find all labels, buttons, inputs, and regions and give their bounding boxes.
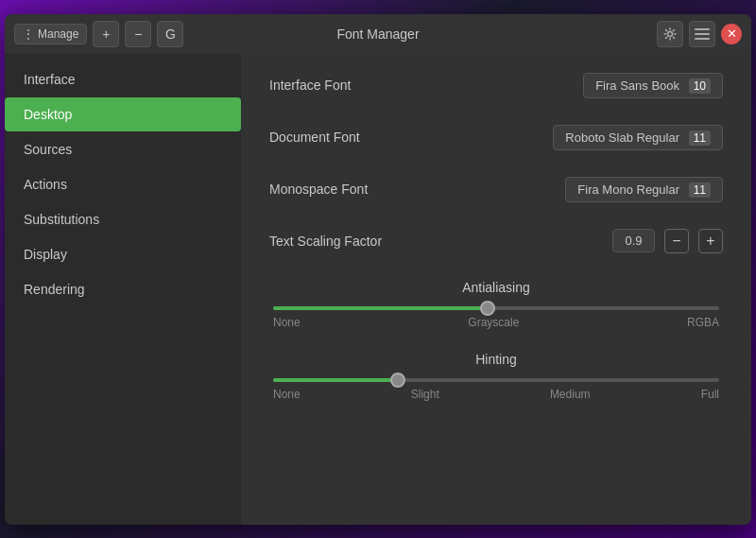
main-panel: Interface Font Fira Sans Book 10 Documen… <box>241 54 751 525</box>
antialiasing-labels: None Grayscale RGBA <box>273 316 719 329</box>
hinting-section: Hinting None Slight Medium Full <box>269 352 723 401</box>
sidebar-item-actions[interactable]: Actions <box>5 167 241 201</box>
document-font-row: Document Font Roboto Slab Regular 11 <box>269 125 723 150</box>
monospace-font-row: Monospace Font Fira Mono Regular 11 <box>269 177 723 202</box>
monospace-font-label: Monospace Font <box>269 182 477 197</box>
hinting-slider-container: None Slight Medium Full <box>269 378 723 401</box>
sidebar-item-sources[interactable]: Sources <box>5 132 241 166</box>
titlebar: ⋮ Manage + − G Font Manager <box>5 14 751 54</box>
sidebar: Interface Desktop Sources Actions Substi… <box>5 54 241 525</box>
aa-none-label: None <box>273 316 301 329</box>
sidebar-item-desktop[interactable]: Desktop <box>5 97 241 131</box>
h-medium-label: Medium <box>550 388 591 401</box>
sidebar-item-rendering[interactable]: Rendering <box>5 272 241 306</box>
settings-button[interactable] <box>657 21 683 47</box>
interface-font-control: Fira Sans Book 10 <box>583 73 723 98</box>
h-none-label: None <box>273 388 301 401</box>
remove-button[interactable]: − <box>125 21 151 47</box>
hamburger-icon <box>695 28 710 40</box>
monospace-font-button[interactable]: Fira Mono Regular 11 <box>565 177 723 202</box>
titlebar-controls: ✕ <box>657 21 742 47</box>
gear-icon <box>662 26 678 42</box>
interface-font-size: 10 <box>689 78 711 94</box>
antialiasing-fill <box>273 306 488 310</box>
manage-label: Manage <box>38 27 78 41</box>
document-font-button[interactable]: Roboto Slab Regular 11 <box>553 125 723 150</box>
antialiasing-thumb[interactable] <box>480 301 495 316</box>
interface-font-value: Fira Sans Book <box>595 78 679 93</box>
aa-grayscale-label: Grayscale <box>468 316 519 329</box>
document-font-control: Roboto Slab Regular 11 <box>553 125 723 150</box>
interface-font-row: Interface Font Fira Sans Book 10 <box>269 73 723 98</box>
close-button[interactable]: ✕ <box>721 24 742 44</box>
interface-font-button[interactable]: Fira Sans Book 10 <box>583 73 723 98</box>
window-title: Font Manager <box>336 26 419 42</box>
sidebar-item-substitutions[interactable]: Substitutions <box>5 202 241 236</box>
sidebar-item-display[interactable]: Display <box>5 237 241 271</box>
text-scaling-row: Text Scaling Factor 0.9 − + <box>269 229 723 253</box>
hinting-thumb[interactable] <box>390 373 405 388</box>
antialiasing-section: Antialiasing None Grayscale RGBA <box>269 280 723 329</box>
monospace-font-value: Fira Mono Regular <box>577 182 679 197</box>
svg-rect-1 <box>695 28 710 30</box>
scaling-minus-button[interactable]: − <box>664 229 689 253</box>
manage-button[interactable]: ⋮ Manage <box>14 24 87 44</box>
text-scaling-control: 0.9 − + <box>612 229 723 253</box>
manage-dots-icon: ⋮ <box>23 27 34 41</box>
monospace-font-size: 11 <box>689 182 711 198</box>
interface-font-label: Interface Font <box>269 78 477 93</box>
antialiasing-title: Antialiasing <box>269 280 723 295</box>
antialiasing-slider-container: None Grayscale RGBA <box>269 306 723 329</box>
sidebar-item-interface[interactable]: Interface <box>5 62 241 96</box>
main-content: Interface Desktop Sources Actions Substi… <box>5 54 751 525</box>
menu-button[interactable] <box>689 21 715 47</box>
titlebar-left: ⋮ Manage + − G <box>14 21 183 47</box>
antialiasing-track[interactable] <box>273 306 719 310</box>
h-slight-label: Slight <box>411 388 439 401</box>
svg-point-0 <box>668 31 673 36</box>
add-button[interactable]: + <box>93 21 119 47</box>
svg-rect-3 <box>695 38 710 40</box>
g-button[interactable]: G <box>157 21 183 47</box>
svg-rect-2 <box>695 33 710 35</box>
aa-rgba-label: RGBA <box>687 316 719 329</box>
font-manager-window: ⋮ Manage + − G Font Manager <box>5 14 751 525</box>
scaling-plus-button[interactable]: + <box>698 229 723 253</box>
hinting-title: Hinting <box>269 352 723 367</box>
hinting-track[interactable] <box>273 378 719 382</box>
text-scaling-value: 0.9 <box>612 229 655 252</box>
h-full-label: Full <box>701 388 719 401</box>
text-scaling-label: Text Scaling Factor <box>269 234 477 249</box>
hinting-fill <box>273 378 398 382</box>
document-font-value: Roboto Slab Regular <box>565 130 679 145</box>
hinting-labels: None Slight Medium Full <box>273 388 719 401</box>
document-font-size: 11 <box>689 130 711 146</box>
monospace-font-control: Fira Mono Regular 11 <box>565 177 723 202</box>
document-font-label: Document Font <box>269 130 477 145</box>
